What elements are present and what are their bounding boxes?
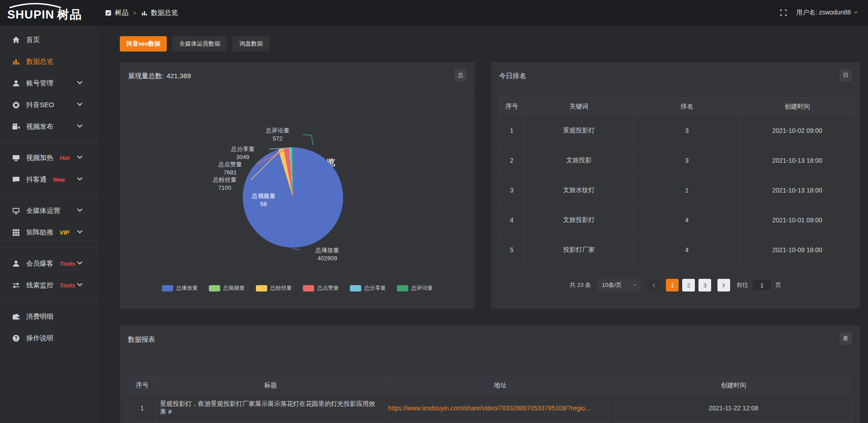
rank-cell: 3 (634, 116, 741, 146)
video-link[interactable]: https://www.iesdouyin.com/share/video/70… (388, 404, 590, 412)
sidebar-divider (0, 248, 98, 248)
top-header: SHUPIN树品 树品 > 数据总览 用户名: zswodun88 (0, 0, 868, 25)
legend-item[interactable]: 总播放量 (162, 284, 198, 292)
pagination-total: 共 23 条 (570, 281, 591, 289)
pagination-pages: 123 (666, 279, 711, 291)
tab-douyin-seo-data[interactable]: 抖音seo数据 (120, 36, 167, 52)
overview-panel: 展现量总数: 421,369 总 D音SEO数据量总览 总评论量572 总分享量… (120, 62, 475, 309)
tab-bar: 抖音seo数据全媒体运营数据询盘数据 (120, 36, 269, 52)
home-icon (12, 36, 20, 44)
report-panel-header: 数据报表 (120, 325, 860, 354)
legend-item[interactable]: 总点赞量 (303, 284, 339, 292)
sidebar-item-label: 账号管理 (26, 79, 53, 88)
sidebar-item-badge: Hot (60, 155, 70, 161)
pagination-page-2[interactable]: 2 (682, 279, 695, 291)
sidebar-item-home[interactable]: 首页 (0, 29, 98, 51)
impressions-total-value: 421,369 (166, 72, 191, 80)
report-badge-button[interactable]: 表 (840, 333, 852, 345)
tab-inquiry-data[interactable]: 询盘数据 (232, 36, 269, 52)
rank-table-row: 4文旅投影灯42021-10-01 09:00 (500, 205, 854, 235)
rank-column-header: 创建时间 (741, 98, 854, 116)
legend-item[interactable]: 总粉丝量 (256, 284, 292, 292)
breadcrumb-label: 树品 (115, 9, 128, 17)
tab-media-ops-data[interactable]: 全媒体运营数据 (172, 36, 227, 52)
pagination-page-1[interactable]: 1 (666, 279, 679, 291)
page-size-select[interactable]: 10条/页 (597, 279, 641, 291)
pagination: 共 23 条 10条/页 123 前往 页 (491, 279, 860, 291)
pagination-goto: 前往 页 (736, 279, 781, 291)
sidebar-item-member-leads[interactable]: 会员爆客Tools (0, 253, 98, 274)
sidebar-item-douyin-seo[interactable]: 抖音SEO (0, 94, 98, 116)
pagination-prev-button[interactable] (647, 279, 660, 291)
overview-panel-header: 展现量总数: 421,369 (120, 62, 475, 90)
impressions-total-label: 展现量总数: (128, 72, 164, 80)
sidebar-item-video-publish[interactable]: 视频发布 (0, 116, 98, 137)
breadcrumb-item-home[interactable]: 树品 (105, 9, 128, 17)
legend-item[interactable]: 总分享量 (350, 284, 386, 292)
fullscreen-icon[interactable] (780, 9, 787, 16)
sidebar-item-label: 抖音SEO (26, 101, 54, 109)
sidebar-item-label: 视频加热 (26, 154, 53, 162)
user-menu[interactable]: 用户名: zswodun88 (796, 9, 858, 17)
sidebar-item-data-overview[interactable]: 数据总览 (0, 51, 98, 72)
rank-table-row: 1景观投影灯32021-10-02 09:00 (500, 116, 854, 146)
sidebar-item-label: 抖客通 (26, 175, 47, 184)
rank-cell: 4 (500, 205, 524, 235)
legend-item[interactable]: 总视频量 (209, 284, 245, 292)
sidebar-item-video-heat[interactable]: 视频加热Hot (0, 147, 98, 169)
user-icon (12, 80, 20, 87)
rank-cell: 4 (634, 235, 741, 265)
pie-label-plays: 总播放量402909 (302, 246, 352, 263)
sidebar-item-help[interactable]: 操作说明 (0, 327, 98, 349)
pagination-page-3[interactable]: 3 (698, 279, 711, 291)
legend-swatch (256, 285, 267, 291)
rank-cell: 投影灯厂家 (524, 235, 634, 265)
rank-cell: 2021-10-09 18:00 (741, 235, 854, 265)
sidebar-item-account-manage[interactable]: 账号管理 (0, 72, 98, 94)
chart-legend: 总播放量总视频量总粉丝量总点赞量总分享量总评论量 (120, 284, 475, 292)
rank-badge-button[interactable]: 日 (840, 69, 852, 81)
sidebar-item-matrix-boost[interactable]: 矩阵助推VIP (0, 221, 98, 243)
sidebar-item-label: 全媒体运营 (26, 207, 60, 215)
sidebar-item-doukotong[interactable]: 抖客通New (0, 169, 98, 190)
rank-cell: 5 (500, 235, 524, 265)
chart-bars-icon (12, 58, 20, 66)
legend-item[interactable]: 总评论量 (397, 284, 433, 292)
pagination-next-button[interactable] (717, 279, 730, 291)
report-cell-index: 1 (128, 395, 156, 422)
user-solid-icon (12, 260, 20, 268)
logo[interactable]: SHUPIN树品 (7, 3, 98, 21)
header-actions: 用户名: zswodun88 (780, 0, 858, 25)
sidebar-item-clue-monitor[interactable]: 线索监控Tools (0, 274, 98, 296)
sidebar-item-media-ops[interactable]: 全媒体运营 (0, 200, 98, 221)
chevron-down-icon (76, 281, 84, 289)
rank-cell: 2021-10-13 18:00 (741, 146, 854, 175)
sidebar-item-badge: Tools (60, 282, 75, 289)
chevron-down-icon (76, 207, 84, 214)
report-table-row: 1景观投影灯，夜游景观投影灯厂家展示展示落花灯在花园里的灯光投影应用效果 #ht… (128, 395, 852, 422)
chevron-right-icon (721, 282, 727, 288)
goto-page-input[interactable] (752, 279, 772, 291)
rank-cell: 文旅投影灯 (524, 205, 634, 235)
legend-swatch (397, 285, 408, 291)
overview-badge-button[interactable]: 总 (454, 69, 467, 81)
wallet-icon (12, 313, 20, 320)
breadcrumb-separator: > (133, 9, 137, 16)
chevron-down-icon (76, 259, 84, 267)
sidebar-item-badge: Tools (60, 260, 75, 267)
chevron-down-icon (76, 175, 84, 183)
chat-icon (12, 176, 20, 183)
breadcrumb-item-current[interactable]: 数据总览 (141, 9, 178, 17)
legend-label: 总粉丝量 (270, 284, 292, 292)
rank-cell: 3 (634, 146, 741, 175)
legend-swatch (303, 285, 314, 291)
sidebar-item-label: 消费明细 (26, 312, 53, 321)
chevron-down-icon (76, 154, 84, 161)
sidebar-item-spend-details[interactable]: 消费明细 (0, 306, 98, 327)
report-column-header: 地址 (385, 376, 616, 395)
rank-table-header-row: 序号关键词排名创建时间 (500, 98, 854, 116)
rank-cell: 4 (634, 205, 741, 235)
logo-text-cn: 树品 (57, 8, 82, 21)
rank-cell: 文旅投影 (524, 146, 634, 175)
chevron-down-icon (76, 79, 84, 87)
